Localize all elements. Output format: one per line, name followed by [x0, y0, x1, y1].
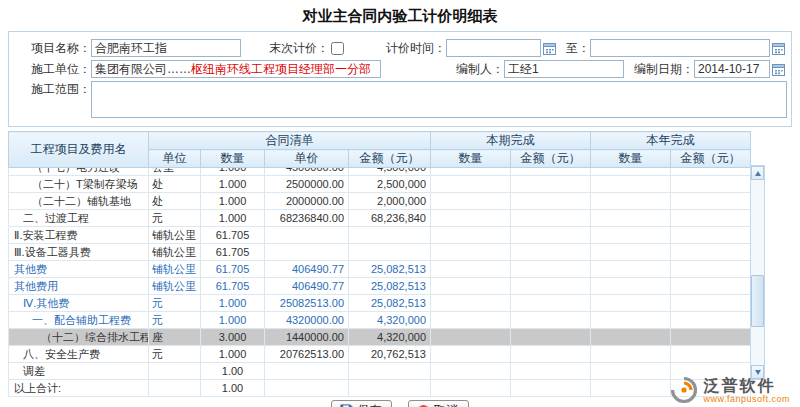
- value-cell: 61.705: [201, 278, 265, 295]
- item-name-cell: （二十二）铺轨基地: [9, 193, 149, 210]
- scrollbar-track[interactable]: [751, 180, 764, 365]
- pricing-time-label: 计价时间：: [376, 40, 446, 57]
- value-cell: 铺轨公里: [149, 227, 201, 244]
- column-header-amount: 金额（元）: [671, 150, 751, 168]
- value-cell: 2000000.00: [265, 193, 349, 210]
- value-cell: 1.00: [201, 380, 265, 397]
- compile-date-input[interactable]: [694, 60, 770, 78]
- value-cell: 20,762,513: [349, 346, 431, 363]
- value-cell: [431, 312, 511, 329]
- calendar-icon[interactable]: [772, 42, 785, 55]
- table-row[interactable]: （二十二）铺轨基地处1.0002000000.002,000,000: [9, 193, 751, 210]
- fanpu-logo: 泛普软件 www.fanpusoft.com: [670, 376, 790, 404]
- column-header-quantity: 数量: [201, 150, 265, 168]
- to-date-input[interactable]: [590, 39, 770, 57]
- project-name-input[interactable]: [91, 39, 241, 57]
- table-row[interactable]: 其他费用铺轨公里61.705406490.7725,082,513: [9, 278, 751, 295]
- last-pricing-checkbox[interactable]: [331, 42, 344, 55]
- value-cell: 406490.77: [265, 261, 349, 278]
- value-cell: 61.705: [201, 244, 265, 261]
- table-row[interactable]: 八、安全生产费元1.00020762513.0020,762,513: [9, 346, 751, 363]
- construction-unit-main: 枢纽南环线工程项目经理部一分部: [191, 62, 371, 76]
- value-cell: 25,082,513: [349, 261, 431, 278]
- value-cell: [591, 312, 671, 329]
- value-cell: [349, 380, 431, 397]
- fanpu-logo-icon: [670, 376, 698, 404]
- vertical-scrollbar[interactable]: [750, 165, 765, 380]
- value-cell: 2,000,000: [349, 193, 431, 210]
- construction-unit-label: 施工单位：: [9, 61, 91, 78]
- value-cell: [671, 193, 751, 210]
- value-cell: [349, 363, 431, 380]
- value-cell: [671, 312, 751, 329]
- form-row-2: 施工单位： 集团有限公司……枢纽南环线工程项目经理部一分部 编制人： 编制日期：: [9, 60, 787, 78]
- value-cell: 20762513.00: [265, 346, 349, 363]
- value-cell: [671, 278, 751, 295]
- table-row[interactable]: （二十）T梁制存梁场处1.0002500000.002,500,000: [9, 176, 751, 193]
- form-area: 项目名称： 末次计价： 计价时间： 至： 施工单位： 集团有限公司……枢纽南环线…: [8, 31, 792, 127]
- construction-unit-field[interactable]: 集团有限公司……枢纽南环线工程项目经理部一分部: [91, 60, 381, 78]
- value-cell: 1.000: [201, 312, 265, 329]
- table-row[interactable]: （十二）综合排水工程（含给...座3.0001440000.004,320,00…: [9, 329, 751, 346]
- value-cell: [591, 168, 671, 176]
- value-cell: 元: [149, 312, 201, 329]
- group-header-contract-list: 合同清单: [149, 132, 431, 150]
- table-row[interactable]: Ⅲ.设备工器具费铺轨公里61.705: [9, 244, 751, 261]
- value-cell: [671, 210, 751, 227]
- value-cell: 4500000.00: [265, 168, 349, 176]
- compiler-input[interactable]: [504, 60, 624, 78]
- project-name-label: 项目名称：: [9, 40, 91, 57]
- table-row[interactable]: 其他费铺轨公里61.705406490.7725,082,513: [9, 261, 751, 278]
- table-row[interactable]: Ⅱ.安装工程费铺轨公里61.705: [9, 227, 751, 244]
- value-cell: 406490.77: [265, 278, 349, 295]
- value-cell: [511, 363, 591, 380]
- value-cell: [431, 278, 511, 295]
- cancel-button[interactable]: 取消: [408, 400, 469, 407]
- value-cell: [511, 176, 591, 193]
- table-row[interactable]: （十七）电力迁改公里1.0004500000.004,500,000: [9, 168, 751, 176]
- value-cell: [431, 329, 511, 346]
- value-cell: 1.000: [201, 346, 265, 363]
- column-header-quantity: 数量: [591, 150, 671, 168]
- calendar-icon[interactable]: [543, 42, 556, 55]
- save-button[interactable]: 保存: [331, 400, 392, 407]
- scroll-up-button[interactable]: [751, 166, 764, 180]
- value-cell: [265, 227, 349, 244]
- item-name-cell: Ⅳ.其他费: [9, 295, 149, 312]
- value-cell: [431, 295, 511, 312]
- pricing-time-input[interactable]: [446, 39, 541, 57]
- scope-textarea[interactable]: [91, 81, 787, 118]
- item-name-cell: 以上合计:: [9, 380, 149, 397]
- table-row[interactable]: Ⅳ.其他费元1.00025082513.0025,082,513: [9, 295, 751, 312]
- value-cell: 25,082,513: [349, 278, 431, 295]
- value-cell: 1.000: [201, 168, 265, 176]
- value-cell: [511, 329, 591, 346]
- value-cell: [511, 278, 591, 295]
- group-header-current-period: 本期完成: [431, 132, 591, 150]
- value-cell: [671, 227, 751, 244]
- scrollbar-thumb[interactable]: [751, 275, 764, 327]
- value-cell: [349, 227, 431, 244]
- value-cell: [591, 329, 671, 346]
- table-row[interactable]: 二、过渡工程元1.00068236840.0068,236,840: [9, 210, 751, 227]
- group-header-current-year: 本年完成: [591, 132, 751, 150]
- item-name-cell: 一、配合辅助工程费: [9, 312, 149, 329]
- value-cell: 4,500,000: [349, 168, 431, 176]
- value-cell: [511, 312, 591, 329]
- table-row[interactable]: 调差1.00: [9, 363, 751, 380]
- value-cell: 68,236,840: [349, 210, 431, 227]
- value-cell: [431, 346, 511, 363]
- scope-label: 施工范围：: [9, 81, 91, 98]
- value-cell: [431, 380, 511, 397]
- calendar-icon[interactable]: [772, 63, 785, 76]
- value-cell: 1.000: [201, 176, 265, 193]
- value-cell: [591, 193, 671, 210]
- table-row[interactable]: 以上合计:1.00: [9, 380, 751, 397]
- compile-date-label: 编制日期：: [634, 61, 694, 78]
- compiler-label: 编制人：: [456, 61, 504, 78]
- scroll-up-icon: [755, 171, 761, 176]
- value-cell: [591, 380, 671, 397]
- value-cell: 元: [149, 295, 201, 312]
- table-row[interactable]: 一、配合辅助工程费元1.0004320000.004,320,000: [9, 312, 751, 329]
- value-cell: [511, 210, 591, 227]
